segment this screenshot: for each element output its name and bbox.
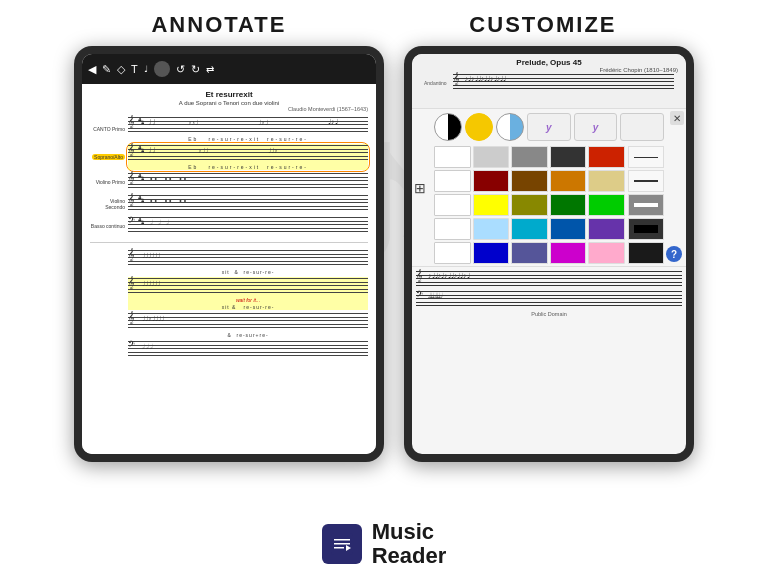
customize-heading: CUSTOMIZE — [469, 12, 616, 38]
color-brown[interactable] — [511, 170, 548, 192]
color-darkgreen[interactable] — [550, 194, 587, 216]
y-icon-2: y — [593, 122, 599, 133]
staff-lines-2: 𝄞 ⁴₂ ♩♩ ♪♩♩ ♩♩♪ — [128, 145, 368, 163]
line-style-5[interactable] — [628, 242, 664, 264]
thin-line-icon — [634, 157, 658, 158]
color-darkred[interactable] — [473, 170, 510, 192]
staff-row: CANTO Primo 𝄞 ⁴₂ ♩♩ ♪♪♩ ♩♪♩ ♩♪♩ — [90, 116, 368, 142]
line-style-y1[interactable]: y — [527, 113, 571, 141]
line-style-2[interactable] — [628, 170, 664, 192]
color-teal[interactable] — [511, 218, 548, 240]
bottom-lyrics-1: xit & re-sur-re- — [128, 269, 368, 275]
footer: Music Reader — [322, 510, 447, 576]
cyan-white-circle[interactable] — [496, 113, 524, 141]
line-style-y2[interactable]: y — [574, 113, 618, 141]
y-icon-1: y — [546, 122, 552, 133]
bottom-staff-2: 𝄞 ♩♩♩♩♩♩ — [128, 278, 368, 296]
annotate-toolbar: ◀ ✎ ◇ T ♩ ↺ ↻ ⇄ — [82, 54, 376, 84]
color-white2[interactable] — [434, 170, 471, 192]
svg-rect-3 — [334, 547, 344, 549]
color-line-grid — [434, 146, 664, 264]
line-styles-column — [628, 146, 664, 264]
bottom-row-4: 𝄢 𝅗𝅥 𝅗𝅥 𝅗𝅥 — [90, 340, 368, 360]
color-pink[interactable] — [588, 242, 625, 264]
color-yellow[interactable] — [473, 194, 510, 216]
color-olive[interactable] — [511, 194, 548, 216]
bottom-row-2: 𝄞 ♩♩♩♩♩♩ wait for it... xit & re-sur-re- — [90, 277, 368, 310]
line-style-4[interactable] — [628, 218, 664, 240]
bottom-staff-3: 𝄞 ♩♩♪♩♩♩♩ — [128, 313, 368, 331]
color-silver[interactable] — [473, 146, 510, 168]
palette-panel-inner: y y — [434, 113, 664, 264]
sheet-music-area: Et resurrexit A due Soprani o Tenori con… — [82, 84, 376, 454]
close-icon[interactable]: ✕ — [670, 111, 684, 125]
color-tan[interactable] — [588, 170, 625, 192]
color-navy[interactable] — [473, 242, 510, 264]
violin1-label: Violino Primo — [90, 179, 128, 185]
color-white4[interactable] — [434, 218, 471, 240]
medium-line-icon — [634, 180, 658, 182]
color-white[interactable] — [434, 146, 471, 168]
undo-icon[interactable]: ↺ — [176, 63, 185, 76]
color-gray[interactable] — [511, 146, 548, 168]
bottom-preview-staff-1: 𝄞 ♪♩♩♪♩♪♩♩♪♩♩♪♩ — [416, 271, 682, 289]
bottom-preview: 𝄞 ♪♩♩♪♩♪♩♩♪♩♩♪♩ 𝄢 𝅗𝅥 ♩♩𝅗𝅥 ♩♩𝅗𝅥 Public Do… — [412, 266, 686, 321]
pen-icon[interactable]: ✎ — [102, 63, 111, 76]
svg-rect-2 — [334, 543, 350, 545]
color-lightblue[interactable] — [473, 218, 510, 240]
highlighter-icon[interactable]: ◇ — [117, 63, 125, 76]
line-style-3[interactable] — [628, 194, 664, 216]
line-style-1[interactable] — [628, 146, 664, 168]
help-icon[interactable]: ? — [666, 246, 682, 262]
violin1-row: Violino Primo 𝄞 ⁴₂ • • • • • • — [90, 172, 368, 192]
color-blue[interactable] — [550, 218, 587, 240]
score-header: Prelude, Opus 45 Frédéric Chopin (1810–1… — [412, 54, 686, 109]
color-white5[interactable] — [434, 242, 471, 264]
color-orange[interactable] — [550, 170, 587, 192]
annotate-tablet: ◀ ✎ ◇ T ♩ ↺ ↻ ⇄ Et resurrexit A due Sopr… — [74, 46, 384, 462]
yellow-circle[interactable] — [465, 113, 493, 141]
color-swatch[interactable] — [154, 61, 170, 77]
grid-icon[interactable]: ⊞ — [414, 180, 426, 196]
lyrics-red: wait for it... — [128, 297, 368, 303]
bottom-row-1: 𝄞 ♩♩♩♩♩♩ xit & re-sur-re- — [90, 249, 368, 275]
color-dark[interactable] — [550, 146, 587, 168]
score-staff-preview: Andantino 𝄞 ♪♩♪♩♩♪♩♩♪♩♪♩♩ — [420, 73, 678, 93]
color-white3[interactable] — [434, 194, 471, 216]
staff-group-1: CANTO Primo 𝄞 ⁴₂ ♩♩ ♪♪♩ ♩♪♩ ♩♪♩ — [90, 116, 368, 236]
bw-circle[interactable] — [434, 113, 462, 141]
app-name: Music Reader — [372, 520, 447, 568]
sheet-composer: Claudio Monteverdi (1567–1643) — [90, 106, 368, 112]
svg-rect-1 — [334, 539, 350, 541]
customize-tablet: Prelude, Opus 45 Frédéric Chopin (1810–1… — [404, 46, 694, 462]
sheet-title: Et resurrexit — [90, 90, 368, 100]
score-title: Prelude, Opus 45 — [420, 58, 678, 67]
redo-icon[interactable]: ↻ — [191, 63, 200, 76]
color-green[interactable] — [588, 194, 625, 216]
bottom-lyrics-3: & re-sur+re- — [128, 332, 368, 338]
violin2-staff: 𝄞 ⁴₂ • • • • • • — [128, 195, 368, 213]
color-slate[interactable] — [511, 242, 548, 264]
soprano-row: Soprano/Alto 𝄞 ⁴₂ ♩♩ ♪♩♩ ♩♩♪ — [90, 144, 368, 170]
bottom-staff-1: 𝄞 ♩♩♩♩♩♩ — [128, 250, 368, 268]
color-purple[interactable] — [588, 218, 625, 240]
very-thick-line-icon — [634, 225, 658, 233]
text-icon[interactable]: T — [131, 63, 138, 75]
logo-icon — [329, 531, 355, 557]
violin1-staff: 𝄞 ⁴₂ • • • • • • — [128, 173, 368, 191]
soprano-label: Soprano/Alto — [92, 154, 125, 160]
back-icon[interactable]: ◀ — [88, 63, 96, 76]
staff-lines: 𝄞 ⁴₂ ♩♩ ♪♪♩ ♩♪♩ ♩♪♩ — [128, 117, 368, 135]
line-style-blank[interactable] — [620, 113, 664, 141]
note-icon[interactable]: ♩ — [144, 64, 148, 74]
page-turn-icon[interactable]: ⇄ — [206, 64, 214, 75]
bottom-preview-staff-2: 𝄢 𝅗𝅥 ♩♩𝅗𝅥 ♩♩𝅗𝅥 — [416, 291, 682, 309]
basso-label: Basso continuo — [90, 223, 128, 229]
color-red[interactable] — [588, 146, 625, 168]
app-name-line2: Reader — [372, 544, 447, 568]
color-magenta[interactable] — [550, 242, 587, 264]
basso-row: Basso continuo 𝄢 ⁴₂ 𝅗𝅥 𝅗𝅥 𝅗𝅥 — [90, 216, 368, 236]
violin2-row: Violino Secondo 𝄞 ⁴₂ • • • • • • — [90, 194, 368, 214]
app-logo — [322, 524, 362, 564]
annotate-screen: ◀ ✎ ◇ T ♩ ↺ ↻ ⇄ Et resurrexit A due Sopr… — [82, 54, 376, 454]
